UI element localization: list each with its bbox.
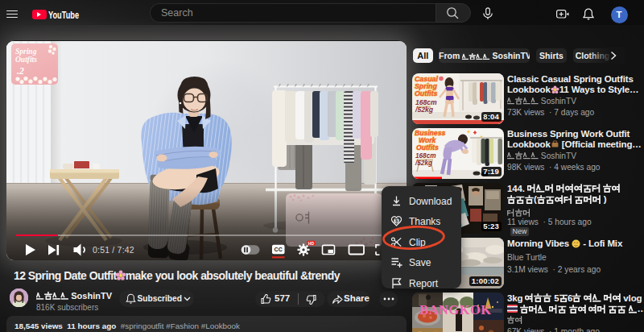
svg-text:HD: HD bbox=[308, 240, 315, 245]
svg-text:BANGKOK: BANGKOK bbox=[419, 302, 492, 317]
svg-text:168cm: 168cm bbox=[415, 152, 436, 160]
svg-text:/52kg: /52kg bbox=[415, 160, 432, 167]
svg-text:CC: CC bbox=[274, 247, 283, 252]
svg-text:/52kg: /52kg bbox=[415, 106, 434, 114]
svg-text:Outfits: Outfits bbox=[416, 143, 439, 151]
svg-text:Outfits: Outfits bbox=[415, 89, 437, 98]
svg-text:168cm: 168cm bbox=[415, 98, 437, 106]
svg-text:YouTube: YouTube bbox=[48, 9, 79, 21]
